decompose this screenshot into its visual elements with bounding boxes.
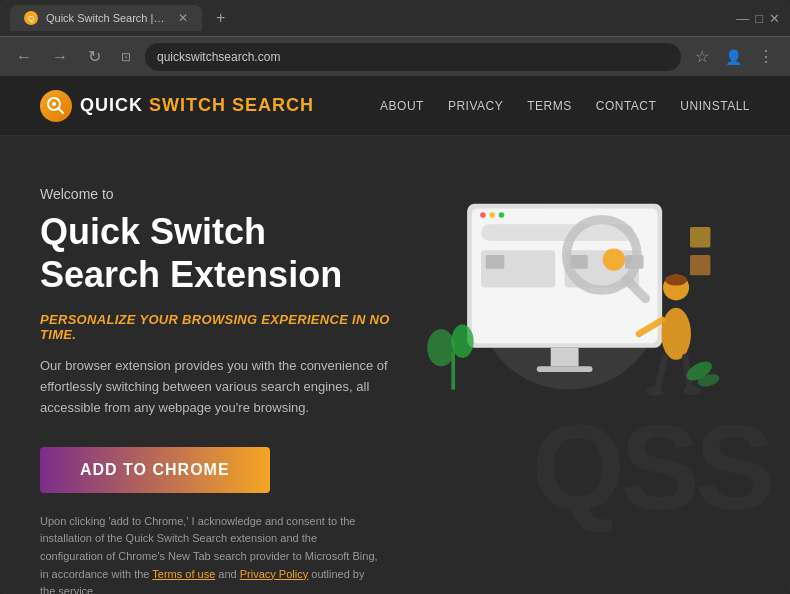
logo-search: SEARCH [232,95,314,115]
svg-point-6 [480,212,486,218]
svg-rect-16 [537,366,593,372]
svg-rect-31 [690,227,710,247]
address-bar[interactable]: quickswitchsearch.com [145,43,681,71]
tab-favicon: Q [24,11,38,25]
logo-icon [40,90,72,122]
bookmark-button[interactable]: ☆ [689,43,715,70]
svg-rect-32 [690,255,710,275]
hero-watermark: QSS [532,398,770,536]
disclaimer-middle: and [215,568,239,580]
svg-line-2 [58,108,63,113]
minimize-button[interactable]: — [736,11,749,26]
svg-point-29 [427,329,455,366]
tab-close-icon[interactable]: ✕ [178,11,188,25]
nav-privacy[interactable]: PRIVACY [448,99,503,113]
browser-tab[interactable]: Q Quick Switch Search | Home ✕ [10,5,202,31]
svg-line-22 [658,357,665,390]
new-tab-button[interactable]: + [210,5,231,31]
svg-rect-9 [481,224,634,241]
logo-quick: QUICK [80,95,149,115]
address-text: quickswitchsearch.com [157,50,669,64]
nav-uninstall[interactable]: UNINSTALL [680,99,750,113]
nav-contact[interactable]: CONTACT [596,99,657,113]
hero-title: Quick SwitchSearch Extension [40,210,400,296]
browser-window: Q Quick Switch Search | Home ✕ + — □ ✕ ←… [0,0,790,594]
logo-svg [46,96,66,116]
site-header: QUICK SWITCH SEARCH ABOUT PRIVACY TERMS … [0,76,790,136]
hero-section: Welcome to Quick SwitchSearch Extension … [0,136,790,594]
site-navigation: ABOUT PRIVACY TERMS CONTACT UNINSTALL [380,99,750,113]
profile-button[interactable]: 👤 [719,45,748,69]
forward-button[interactable]: → [46,44,74,70]
logo-text: QUICK SWITCH SEARCH [80,95,314,116]
svg-point-27 [665,274,687,285]
hero-description: Our browser extension provides you with … [40,356,400,418]
terms-link[interactable]: Terms of use [152,568,215,580]
maximize-button[interactable]: □ [755,11,763,26]
svg-point-25 [646,387,663,396]
hero-tagline: PERSONALIZE YOUR BROWSING EXPERIENCE IN … [40,312,400,342]
svg-point-1 [52,102,56,106]
nav-terms[interactable]: TERMS [527,99,572,113]
svg-point-26 [684,386,701,395]
disclaimer-text: Upon clicking 'add to Chrome,' I acknowl… [40,513,380,594]
browser-titlebar: Q Quick Switch Search | Home ✕ + — □ ✕ [0,0,790,36]
privacy-link[interactable]: Privacy Policy [240,568,308,580]
svg-rect-12 [486,255,505,269]
close-window-button[interactable]: ✕ [769,11,780,26]
logo-area: QUICK SWITCH SEARCH [40,90,314,122]
svg-point-7 [489,212,495,218]
logo-switch: SWITCH [149,95,232,115]
refresh-button[interactable]: ↻ [82,43,107,70]
browser-navbar: ← → ↻ ⊡ quickswitchsearch.com ☆ 👤 ⋮ [0,36,790,76]
welcome-text: Welcome to [40,186,400,202]
nav-about[interactable]: ABOUT [380,99,424,113]
svg-rect-15 [551,348,579,367]
add-to-chrome-button[interactable]: ADD TO CHROME [40,447,270,493]
svg-point-21 [661,308,691,360]
website-content: QUICK SWITCH SEARCH ABOUT PRIVACY TERMS … [0,76,790,594]
menu-button[interactable]: ⋮ [752,43,780,70]
svg-point-30 [451,325,473,358]
hero-left-content: Welcome to Quick SwitchSearch Extension … [40,176,400,594]
cta-button-label: ADD TO CHROME [80,461,230,478]
cast-button[interactable]: ⊡ [115,46,137,68]
hero-illustration: QSS [400,176,750,496]
hero-svg [400,176,720,436]
svg-point-19 [603,248,625,270]
tab-title: Quick Switch Search | Home [46,12,166,24]
back-button[interactable]: ← [10,44,38,70]
svg-point-8 [499,212,505,218]
